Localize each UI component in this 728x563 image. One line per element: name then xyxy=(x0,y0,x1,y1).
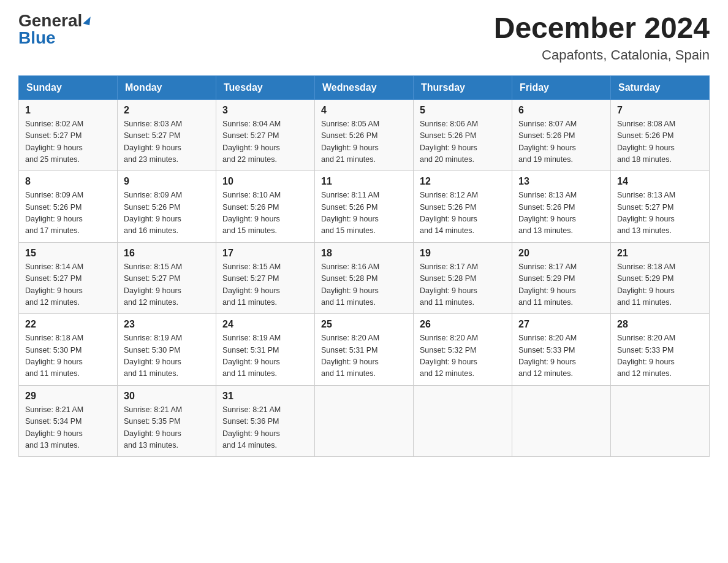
calendar-cell: 1Sunrise: 8:02 AMSunset: 5:27 PMDaylight… xyxy=(19,99,118,171)
day-info: Sunrise: 8:18 AMSunset: 5:29 PMDaylight:… xyxy=(617,261,703,309)
day-number: 27 xyxy=(518,319,604,330)
logo: General Blue xyxy=(18,12,91,47)
calendar-cell: 29Sunrise: 8:21 AMSunset: 5:34 PMDayligh… xyxy=(19,385,118,457)
calendar-cell xyxy=(611,385,710,457)
calendar-cell: 22Sunrise: 8:18 AMSunset: 5:30 PMDayligh… xyxy=(19,314,118,386)
day-info: Sunrise: 8:21 AMSunset: 5:35 PMDaylight:… xyxy=(124,404,210,452)
day-info: Sunrise: 8:13 AMSunset: 5:27 PMDaylight:… xyxy=(617,190,703,237)
calendar-cell: 5Sunrise: 8:06 AMSunset: 5:26 PMDaylight… xyxy=(414,99,512,171)
calendar-cell: 19Sunrise: 8:17 AMSunset: 5:28 PMDayligh… xyxy=(414,242,512,314)
calendar-cell: 27Sunrise: 8:20 AMSunset: 5:33 PMDayligh… xyxy=(512,314,611,386)
calendar-cell: 21Sunrise: 8:18 AMSunset: 5:29 PMDayligh… xyxy=(611,242,710,314)
day-info: Sunrise: 8:08 AMSunset: 5:26 PMDaylight:… xyxy=(617,118,703,166)
calendar-table: SundayMondayTuesdayWednesdayThursdayFrid… xyxy=(18,75,710,458)
day-info: Sunrise: 8:19 AMSunset: 5:31 PMDaylight:… xyxy=(222,332,308,380)
calendar-cell xyxy=(512,385,611,457)
calendar-cell: 3Sunrise: 8:04 AMSunset: 5:27 PMDaylight… xyxy=(216,99,315,171)
calendar-cell: 17Sunrise: 8:15 AMSunset: 5:27 PMDayligh… xyxy=(216,242,315,314)
calendar-cell: 2Sunrise: 8:03 AMSunset: 5:27 PMDaylight… xyxy=(118,99,216,171)
calendar-cell xyxy=(315,385,414,457)
calendar-cell: 24Sunrise: 8:19 AMSunset: 5:31 PMDayligh… xyxy=(216,314,315,386)
day-number: 11 xyxy=(321,176,407,187)
day-info: Sunrise: 8:15 AMSunset: 5:27 PMDaylight:… xyxy=(222,261,308,309)
page-header: General Blue December 2024 Capafonts, Ca… xyxy=(18,12,710,63)
day-number: 25 xyxy=(321,319,407,330)
day-info: Sunrise: 8:12 AMSunset: 5:26 PMDaylight:… xyxy=(420,190,506,237)
day-info: Sunrise: 8:14 AMSunset: 5:27 PMDaylight:… xyxy=(25,261,111,309)
logo-blue-text: Blue xyxy=(18,29,56,47)
day-number: 6 xyxy=(518,105,604,116)
calendar-cell: 10Sunrise: 8:10 AMSunset: 5:26 PMDayligh… xyxy=(216,171,315,243)
weekday-header-sunday: Sunday xyxy=(19,75,118,99)
day-number: 15 xyxy=(25,248,111,259)
day-info: Sunrise: 8:20 AMSunset: 5:33 PMDaylight:… xyxy=(617,332,703,380)
day-number: 5 xyxy=(420,105,506,116)
calendar-cell: 16Sunrise: 8:15 AMSunset: 5:27 PMDayligh… xyxy=(118,242,216,314)
day-number: 9 xyxy=(124,176,210,187)
day-info: Sunrise: 8:06 AMSunset: 5:26 PMDaylight:… xyxy=(420,118,506,166)
week-row-2: 8Sunrise: 8:09 AMSunset: 5:26 PMDaylight… xyxy=(19,171,710,243)
day-info: Sunrise: 8:09 AMSunset: 5:26 PMDaylight:… xyxy=(124,190,210,237)
weekday-header-tuesday: Tuesday xyxy=(216,75,315,99)
day-info: Sunrise: 8:15 AMSunset: 5:27 PMDaylight:… xyxy=(124,261,210,309)
calendar-cell xyxy=(414,385,512,457)
day-info: Sunrise: 8:17 AMSunset: 5:29 PMDaylight:… xyxy=(518,261,604,309)
calendar-cell: 30Sunrise: 8:21 AMSunset: 5:35 PMDayligh… xyxy=(118,385,216,457)
day-number: 29 xyxy=(25,391,111,402)
calendar-cell: 15Sunrise: 8:14 AMSunset: 5:27 PMDayligh… xyxy=(19,242,118,314)
day-number: 22 xyxy=(25,319,111,330)
weekday-header-wednesday: Wednesday xyxy=(315,75,414,99)
weekday-header-saturday: Saturday xyxy=(611,75,710,99)
day-number: 4 xyxy=(321,105,407,116)
location-title: Capafonts, Catalonia, Spain xyxy=(494,47,710,63)
day-info: Sunrise: 8:02 AMSunset: 5:27 PMDaylight:… xyxy=(25,118,111,166)
week-row-4: 22Sunrise: 8:18 AMSunset: 5:30 PMDayligh… xyxy=(19,314,710,386)
day-number: 30 xyxy=(124,391,210,402)
day-number: 1 xyxy=(25,105,111,116)
day-info: Sunrise: 8:18 AMSunset: 5:30 PMDaylight:… xyxy=(25,332,111,380)
week-row-1: 1Sunrise: 8:02 AMSunset: 5:27 PMDaylight… xyxy=(19,99,710,171)
day-info: Sunrise: 8:04 AMSunset: 5:27 PMDaylight:… xyxy=(222,118,308,166)
week-row-3: 15Sunrise: 8:14 AMSunset: 5:27 PMDayligh… xyxy=(19,242,710,314)
calendar-cell: 20Sunrise: 8:17 AMSunset: 5:29 PMDayligh… xyxy=(512,242,611,314)
day-info: Sunrise: 8:03 AMSunset: 5:27 PMDaylight:… xyxy=(124,118,210,166)
calendar-cell: 12Sunrise: 8:12 AMSunset: 5:26 PMDayligh… xyxy=(414,171,512,243)
calendar-cell: 8Sunrise: 8:09 AMSunset: 5:26 PMDaylight… xyxy=(19,171,118,243)
calendar-cell: 13Sunrise: 8:13 AMSunset: 5:26 PMDayligh… xyxy=(512,171,611,243)
day-number: 28 xyxy=(617,319,703,330)
day-number: 10 xyxy=(222,176,308,187)
day-number: 7 xyxy=(617,105,703,116)
logo-general-text: General xyxy=(18,12,82,29)
day-info: Sunrise: 8:07 AMSunset: 5:26 PMDaylight:… xyxy=(518,118,604,166)
calendar-cell: 18Sunrise: 8:16 AMSunset: 5:28 PMDayligh… xyxy=(315,242,414,314)
day-number: 18 xyxy=(321,248,407,259)
day-number: 8 xyxy=(25,176,111,187)
day-number: 2 xyxy=(124,105,210,116)
calendar-cell: 31Sunrise: 8:21 AMSunset: 5:36 PMDayligh… xyxy=(216,385,315,457)
day-number: 14 xyxy=(617,176,703,187)
week-row-5: 29Sunrise: 8:21 AMSunset: 5:34 PMDayligh… xyxy=(19,385,710,457)
weekday-header-row: SundayMondayTuesdayWednesdayThursdayFrid… xyxy=(19,75,710,99)
day-number: 31 xyxy=(222,391,308,402)
day-number: 13 xyxy=(518,176,604,187)
day-info: Sunrise: 8:16 AMSunset: 5:28 PMDaylight:… xyxy=(321,261,407,309)
day-number: 3 xyxy=(222,105,308,116)
day-number: 19 xyxy=(420,248,506,259)
weekday-header-monday: Monday xyxy=(118,75,216,99)
day-info: Sunrise: 8:10 AMSunset: 5:26 PMDaylight:… xyxy=(222,190,308,237)
month-title: December 2024 xyxy=(494,12,710,45)
calendar-cell: 23Sunrise: 8:19 AMSunset: 5:30 PMDayligh… xyxy=(118,314,216,386)
title-block: December 2024 Capafonts, Catalonia, Spai… xyxy=(494,12,710,63)
day-info: Sunrise: 8:19 AMSunset: 5:30 PMDaylight:… xyxy=(124,332,210,380)
day-info: Sunrise: 8:21 AMSunset: 5:36 PMDaylight:… xyxy=(222,404,308,452)
day-info: Sunrise: 8:20 AMSunset: 5:33 PMDaylight:… xyxy=(518,332,604,380)
weekday-header-thursday: Thursday xyxy=(414,75,512,99)
day-info: Sunrise: 8:05 AMSunset: 5:26 PMDaylight:… xyxy=(321,118,407,166)
calendar-cell: 26Sunrise: 8:20 AMSunset: 5:32 PMDayligh… xyxy=(414,314,512,386)
day-info: Sunrise: 8:13 AMSunset: 5:26 PMDaylight:… xyxy=(518,190,604,237)
day-number: 12 xyxy=(420,176,506,187)
calendar-cell: 28Sunrise: 8:20 AMSunset: 5:33 PMDayligh… xyxy=(611,314,710,386)
day-info: Sunrise: 8:20 AMSunset: 5:31 PMDaylight:… xyxy=(321,332,407,380)
calendar-cell: 25Sunrise: 8:20 AMSunset: 5:31 PMDayligh… xyxy=(315,314,414,386)
day-number: 21 xyxy=(617,248,703,259)
